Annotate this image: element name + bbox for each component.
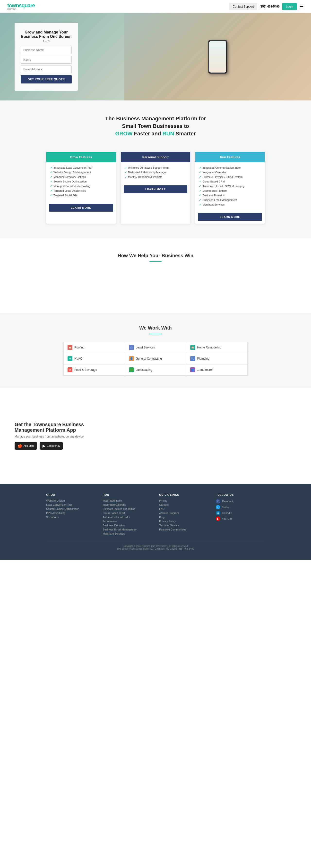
list-item[interactable]: ❄ HVAC bbox=[63, 353, 125, 364]
list-item: ✓Targeted Social Ads bbox=[50, 194, 112, 197]
grow-card: Grow Features ✓Integrated Lead Conversio… bbox=[46, 152, 116, 224]
list-item[interactable]: ⚖ Legal Services bbox=[125, 342, 186, 353]
list-item: ✓Business Email Management bbox=[199, 198, 261, 202]
app-subtitle: Manage your business from anywhere, on a… bbox=[15, 435, 296, 438]
hvac-icon: ❄ bbox=[67, 356, 73, 361]
footer-link[interactable]: Cloud-Based CRM bbox=[103, 512, 152, 515]
youtube-link[interactable]: ▶ YouTube bbox=[216, 517, 265, 521]
logo: townsquare interactive bbox=[7, 2, 35, 10]
app-badges: 🍎 App Store ▶ Google Play bbox=[15, 442, 296, 450]
footer-link[interactable]: FAQ bbox=[159, 507, 208, 510]
grow-learn-more-button[interactable]: LEARN MORE bbox=[49, 204, 113, 212]
list-item: ✓Targeted Local Display Ads bbox=[50, 189, 112, 192]
footer-link[interactable]: Website Design bbox=[46, 499, 95, 502]
work-with-title: We Work With bbox=[7, 325, 304, 331]
footer-link[interactable]: Lead Conversion Tool bbox=[46, 503, 95, 506]
hero-step: 1 of 3 bbox=[21, 40, 72, 43]
footer-link[interactable]: PPC Advertising bbox=[46, 512, 95, 515]
footer-link[interactable]: Integrated Inbox bbox=[103, 499, 152, 502]
home-remodel-icon: 🏠 bbox=[190, 345, 195, 350]
footer-link[interactable]: Ecommerce bbox=[103, 520, 152, 523]
footer-link[interactable]: Merchant Services bbox=[103, 532, 152, 535]
get-quote-button[interactable]: GET YOUR FREE QUOTE bbox=[21, 75, 72, 84]
footer-link[interactable]: Featured Communities bbox=[159, 528, 208, 531]
app-spacer-bottom bbox=[15, 450, 296, 469]
youtube-icon: ▶ bbox=[216, 517, 220, 521]
list-item: ✓Integrated Communication Inbox bbox=[199, 166, 261, 169]
run-learn-more-button[interactable]: LEARN MORE bbox=[198, 213, 262, 221]
list-item: ✓Estimate / Invoice / Billing System bbox=[199, 176, 261, 179]
navbar-actions: Contact Support (855) 463-5490 Login ☰ bbox=[229, 3, 304, 10]
footer-link[interactable]: Business Email Management bbox=[103, 528, 152, 531]
tagline-heading: The Business Management Platform for Sma… bbox=[95, 115, 216, 137]
footer-link[interactable]: Social Ads bbox=[46, 516, 95, 519]
apple-icon: 🍎 bbox=[18, 443, 22, 448]
login-button[interactable]: Login bbox=[282, 3, 297, 10]
list-item[interactable]: 👤 General Contracting bbox=[125, 353, 186, 364]
footer-bottom: Copyright © 2024 Townsquare Interactive,… bbox=[46, 541, 265, 550]
list-item[interactable]: 👥 ...and more! bbox=[186, 364, 248, 375]
list-item: ✓Unlimited US-Based Support Team bbox=[125, 166, 187, 169]
footer-link[interactable]: Pricing bbox=[159, 499, 208, 502]
footer-grow-title: GROW bbox=[46, 493, 95, 496]
run-card-body: ✓Integrated Communication Inbox ✓Integra… bbox=[195, 162, 265, 210]
address-text: 300 South Tryon Street, Suite 400, Charl… bbox=[46, 548, 265, 550]
support-card-header: Personal Support bbox=[121, 152, 191, 162]
footer-link[interactable]: Privacy Policy bbox=[159, 520, 208, 523]
footer-run-col: RUN Integrated Inbox Integrated Calendar… bbox=[103, 493, 152, 536]
footer-link[interactable]: Blog bbox=[159, 516, 208, 519]
name-input[interactable] bbox=[21, 56, 72, 64]
phone-button[interactable]: (855) 463-5490 bbox=[260, 5, 280, 8]
footer-run-title: RUN bbox=[103, 493, 152, 496]
navbar: townsquare interactive Contact Support (… bbox=[0, 0, 311, 13]
list-item: ✓Managed Social Media Posting bbox=[50, 185, 112, 188]
footer-link[interactable]: Estimate Invoice and Billing bbox=[103, 507, 152, 510]
contact-support-button[interactable]: Contact Support bbox=[229, 3, 257, 10]
list-item: ✓Integrated Lead Conversion Tool bbox=[50, 166, 112, 169]
list-item: ✓Search Engine Optimization bbox=[50, 180, 112, 183]
footer-link[interactable]: Terms of Service bbox=[159, 524, 208, 527]
list-item: ✓Automated Email / SMS Messaging bbox=[199, 185, 261, 188]
support-card-footer: LEARN MORE bbox=[121, 183, 191, 196]
support-card-body: ✓Unlimited US-Based Support Team ✓Dedica… bbox=[121, 162, 191, 183]
linkedin-link[interactable]: in LinkedIn bbox=[216, 511, 265, 515]
list-item[interactable]: ✕ Food & Beverage bbox=[63, 364, 125, 375]
support-learn-more-button[interactable]: LEARN MORE bbox=[124, 185, 188, 193]
google-play-button[interactable]: ▶ Google Play bbox=[39, 442, 63, 450]
contracting-icon: 👤 bbox=[129, 356, 134, 361]
footer-link[interactable]: Search Engine Optimization bbox=[46, 507, 95, 510]
list-item[interactable]: 🌿 Landscaping bbox=[125, 364, 186, 375]
email-input[interactable] bbox=[21, 65, 72, 73]
footer-link[interactable]: Careers bbox=[159, 503, 208, 506]
footer-grow-col: GROW Website Design Lead Conversion Tool… bbox=[46, 493, 95, 536]
google-icon: ▶ bbox=[43, 443, 46, 448]
list-item: ✓Integrated Calendar bbox=[199, 171, 261, 174]
business-name-input[interactable] bbox=[21, 46, 72, 54]
list-item[interactable]: 🏠 Roofing bbox=[63, 342, 125, 353]
run-card-footer: LEARN MORE bbox=[195, 210, 265, 224]
list-item: ✓Managed Directory Listings bbox=[50, 176, 112, 179]
footer: GROW Website Design Lead Conversion Tool… bbox=[0, 484, 311, 560]
footer-link[interactable]: Business Domains bbox=[103, 524, 152, 527]
how-section: How We Help Your Business Win bbox=[0, 238, 311, 313]
app-title: Get the Townsquare Business Management P… bbox=[15, 422, 87, 433]
hero-form: Grow and Manage Your Business From One S… bbox=[15, 23, 78, 91]
menu-button[interactable]: ☰ bbox=[299, 4, 304, 9]
hero-title: Grow and Manage Your Business From One S… bbox=[21, 30, 72, 39]
list-item[interactable]: 🏠 Home Remodeling bbox=[186, 342, 248, 353]
apple-store-button[interactable]: 🍎 App Store bbox=[15, 442, 37, 450]
facebook-link[interactable]: f Facebook bbox=[216, 499, 265, 503]
facebook-icon: f bbox=[216, 499, 220, 503]
run-card: Run Features ✓Integrated Communication I… bbox=[195, 152, 265, 224]
footer-link[interactable]: Affiliate Program bbox=[159, 512, 208, 515]
footer-grid: GROW Website Design Lead Conversion Tool… bbox=[46, 493, 265, 536]
list-item[interactable]: 🔧 Plumbing bbox=[186, 353, 248, 364]
twitter-link[interactable]: t Twitter bbox=[216, 505, 265, 509]
hero-section: Grow and Manage Your Business From One S… bbox=[0, 13, 311, 100]
footer-link[interactable]: Automated Email SMS bbox=[103, 516, 152, 519]
hero-image bbox=[124, 13, 311, 100]
footer-link[interactable]: Integrated Calendar bbox=[103, 503, 152, 506]
run-card-header: Run Features bbox=[195, 152, 265, 162]
grow-card-header: Grow Features bbox=[46, 152, 116, 162]
phone-mockup bbox=[208, 40, 227, 74]
